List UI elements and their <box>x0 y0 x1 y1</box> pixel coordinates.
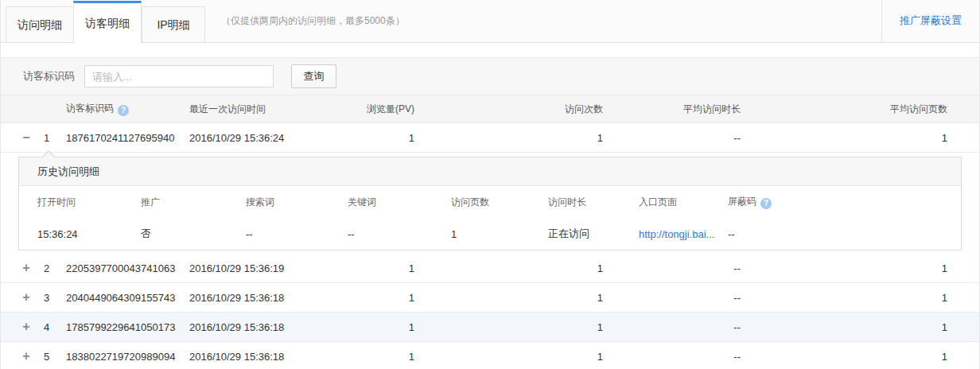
row-index: 4 <box>44 321 66 333</box>
last-visit-time-value: 2016/10/29 15:36:18 <box>189 321 325 333</box>
history-panel-title: 历史访问明细 <box>19 157 961 186</box>
avg-pages-value: 1 <box>741 292 947 304</box>
visitor-id-help-icon[interactable]: ? <box>118 105 129 116</box>
panel-caret-icon <box>42 150 55 157</box>
tab-visitor-detail[interactable]: 访客明细 <box>73 1 142 43</box>
table-row[interactable]: + 5 1838022719720989094 2016/10/29 15:36… <box>1 342 979 369</box>
table-row[interactable]: + 2 2205397700043741063 2016/10/29 15:36… <box>1 254 979 283</box>
h-promo: 推广 <box>141 196 246 209</box>
pv-value: 1 <box>325 351 414 363</box>
visits-value: 1 <box>414 132 603 144</box>
header-visitor-id-label: 访客标识码 <box>66 103 114 114</box>
avg-duration-value: -- <box>603 321 741 333</box>
row-index: 2 <box>44 262 66 274</box>
avg-duration-value: -- <box>603 262 741 274</box>
header-avg-duration: 平均访问时长 <box>603 103 741 116</box>
search-bar: 访客标识码 查询 <box>1 57 979 95</box>
pv-value: 1 <box>325 321 414 333</box>
header-last-visit-time: 最近一次访问时间 <box>189 103 325 116</box>
visits-value: 1 <box>414 262 603 274</box>
query-button[interactable]: 查询 <box>291 64 336 88</box>
row-index: 3 <box>44 292 66 304</box>
h-keyword: 关键词 <box>348 196 451 209</box>
visitor-id-value: 1876170241127695940 <box>66 132 189 144</box>
tab-visit-detail[interactable]: 访问明细 <box>6 6 73 42</box>
avg-duration-value: -- <box>603 292 741 304</box>
h-search-word: 搜索词 <box>246 196 348 209</box>
row-index: 5 <box>44 351 66 363</box>
keyword-value: -- <box>348 228 451 240</box>
promotion-block-settings-link[interactable]: 推广屏蔽设置 <box>900 14 962 28</box>
tabbar-right-section: 推广屏蔽设置 <box>881 0 979 42</box>
h-pages: 访问页数 <box>451 196 548 209</box>
avg-pages-value: 1 <box>741 132 947 144</box>
h-block-code: 屏蔽码? <box>728 195 839 209</box>
header-visitor-id: 访客标识码? <box>66 102 189 116</box>
table-row[interactable]: − 1 1876170241127695940 2016/10/29 15:36… <box>1 123 979 153</box>
header-pv: 浏览量(PV) <box>325 103 414 116</box>
table-row[interactable]: + 3 2040449064309155743 2016/10/29 15:36… <box>1 283 979 313</box>
visitor-id-value: 2205397700043741063 <box>66 262 189 274</box>
last-visit-time-value: 2016/10/29 15:36:18 <box>189 351 325 363</box>
expand-row-button[interactable]: + <box>20 320 33 333</box>
h-entry-page: 入口页面 <box>639 196 728 209</box>
header-avg-pages: 平均访问页数 <box>741 103 947 116</box>
history-detail-panel: 历史访问明细 打开时间 推广 搜索词 关键词 访问页数 访问时长 入口页面 屏蔽… <box>18 157 962 251</box>
history-table-row: 15:36:24 否 -- -- 1 正在访问 http://tongji.ba… <box>19 218 961 250</box>
h-open-time: 打开时间 <box>37 196 141 209</box>
pv-value: 1 <box>325 292 414 304</box>
promo-value: 否 <box>141 227 246 241</box>
tab-note: （仅提供两周内的访问明细，最多5000条） <box>221 0 405 42</box>
visitor-id-value: 1838022719720989094 <box>66 351 189 363</box>
history-detail-box: 历史访问明细 打开时间 推广 搜索词 关键词 访问页数 访问时长 入口页面 屏蔽… <box>18 157 962 251</box>
block-code-help-icon[interactable]: ? <box>760 198 772 209</box>
table-header: 访客标识码? 最近一次访问时间 浏览量(PV) 访问次数 平均访问时长 平均访问… <box>1 95 979 123</box>
header-visits: 访问次数 <box>414 103 603 116</box>
pages-value: 1 <box>451 228 548 240</box>
h-duration: 访问时长 <box>548 196 639 209</box>
entry-page-link[interactable]: http://tongji.bai... <box>639 228 714 240</box>
h-block-code-label: 屏蔽码 <box>728 196 756 207</box>
tab-bar: 访问明细 访客明细 IP明细 （仅提供两周内的访问明细，最多5000条） 推广屏… <box>1 0 979 43</box>
expand-row-button[interactable]: + <box>20 291 33 304</box>
visits-value: 1 <box>414 321 603 333</box>
visitor-id-value: 2040449064309155743 <box>66 292 189 304</box>
block-code-value: -- <box>728 228 839 240</box>
expand-row-button[interactable]: + <box>20 350 33 363</box>
history-table-header: 打开时间 推广 搜索词 关键词 访问页数 访问时长 入口页面 屏蔽码? <box>19 186 961 218</box>
last-visit-time-value: 2016/10/29 15:36:19 <box>189 262 325 274</box>
table-row[interactable]: + 4 1785799229641050173 2016/10/29 15:36… <box>1 313 979 342</box>
spacer <box>1 43 979 57</box>
tab-ip-detail[interactable]: IP明细 <box>142 6 205 42</box>
row-index: 1 <box>44 132 66 144</box>
collapse-row-button[interactable]: − <box>20 131 33 144</box>
visitor-id-label: 访客标识码 <box>23 69 75 84</box>
open-time-value: 15:36:24 <box>37 228 141 240</box>
search-word-value: -- <box>246 228 348 240</box>
visits-value: 1 <box>414 351 603 363</box>
avg-duration-value: -- <box>603 351 741 363</box>
expand-row-button[interactable]: + <box>20 262 33 274</box>
avg-duration-value: -- <box>603 132 741 144</box>
avg-pages-value: 1 <box>741 321 947 333</box>
pv-value: 1 <box>325 262 414 274</box>
pv-value: 1 <box>325 132 414 144</box>
visitor-id-input[interactable] <box>84 65 274 87</box>
duration-value: 正在访问 <box>548 227 639 241</box>
avg-pages-value: 1 <box>741 351 947 363</box>
visitor-id-value: 1785799229641050173 <box>66 321 189 333</box>
last-visit-time-value: 2016/10/29 15:36:18 <box>189 292 325 304</box>
visitor-detail-panel: 访问明细 访客明细 IP明细 （仅提供两周内的访问明细，最多5000条） 推广屏… <box>0 0 980 369</box>
visits-value: 1 <box>414 292 603 304</box>
last-visit-time-value: 2016/10/29 15:36:24 <box>189 132 325 144</box>
avg-pages-value: 1 <box>741 262 947 274</box>
